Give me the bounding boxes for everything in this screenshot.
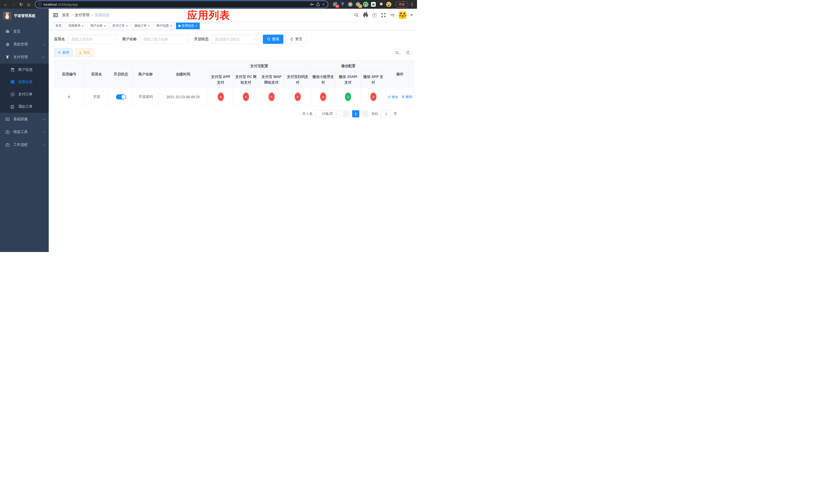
browser-back-icon[interactable]: ← bbox=[3, 1, 9, 7]
user-avatar[interactable] bbox=[399, 11, 407, 19]
close-icon[interactable]: × bbox=[148, 24, 150, 27]
briefcase-icon bbox=[5, 142, 10, 147]
status-toggle[interactable] bbox=[116, 94, 126, 99]
browser-home-icon[interactable]: ⌂ bbox=[26, 1, 32, 7]
profile-avatar-icon[interactable] bbox=[386, 2, 391, 7]
extension-command-icon[interactable]: ⌘ bbox=[348, 2, 353, 7]
extension-blocks-icon[interactable]: 10 bbox=[332, 2, 337, 7]
app-name-label: 应用名 bbox=[54, 37, 65, 42]
sidebar-item-home[interactable]: 首页 bbox=[0, 25, 49, 38]
browser-reload-icon[interactable]: ↻ bbox=[18, 1, 24, 7]
payment-submenu: 商户信息 应用信息 ¥ 支付订单 bbox=[0, 64, 49, 113]
col-group-wechat: 微信配置 bbox=[311, 61, 386, 71]
extensions-cluster: 10 ⌘ 1 y bbox=[332, 2, 391, 7]
prev-page-button[interactable]: ‹ bbox=[343, 110, 350, 117]
extensions-puzzle-icon[interactable] bbox=[378, 2, 384, 7]
col-header-name: 应用名 bbox=[84, 61, 109, 88]
sidebar-item-label: 基础设施 bbox=[13, 117, 28, 121]
app-title: 芋道管理系统 bbox=[14, 14, 36, 18]
status-cross-icon: × bbox=[320, 93, 326, 101]
site-info-icon[interactable]: i bbox=[38, 3, 42, 6]
sidebar-item-payment[interactable]: ¥ 支付管理 bbox=[0, 51, 49, 64]
sidebar-item-pay-order[interactable]: ¥ 支付订单 bbox=[0, 88, 49, 100]
sidebar-item-system[interactable]: 系统管理 bbox=[0, 38, 49, 51]
current-page[interactable]: 1 bbox=[352, 110, 359, 117]
gear-icon bbox=[5, 42, 10, 47]
browser-update-button[interactable]: 更新 bbox=[395, 1, 408, 8]
close-icon[interactable]: × bbox=[195, 24, 197, 27]
status-select-input[interactable] bbox=[212, 35, 259, 44]
fullscreen-icon[interactable] bbox=[381, 13, 386, 18]
bookmark-star-icon[interactable]: ☆ bbox=[322, 2, 325, 7]
avatar-caret-icon[interactable] bbox=[410, 14, 413, 16]
active-tab-dot-icon bbox=[178, 25, 180, 27]
sidebar-item-refund-order[interactable]: 退款订单 bbox=[0, 100, 49, 113]
help-icon[interactable]: ? bbox=[372, 13, 377, 18]
search-icon[interactable] bbox=[354, 13, 359, 18]
top-navbar: 首页 / 支付管理 / 应用信息 应用列表 ? TT bbox=[49, 9, 417, 22]
breadcrumb-home[interactable]: 首页 bbox=[62, 13, 69, 18]
add-button[interactable]: 新增 bbox=[54, 48, 72, 56]
browser-forward-icon[interactable]: → bbox=[10, 1, 16, 7]
close-icon[interactable]: × bbox=[104, 24, 106, 27]
tab-merchant-info[interactable]: 商户信息× bbox=[154, 23, 174, 29]
font-size-icon[interactable]: TT bbox=[390, 13, 395, 18]
extension-gem-icon[interactable] bbox=[340, 2, 345, 7]
delete-link[interactable]: 删除 bbox=[402, 95, 412, 99]
status-check-icon: ✓ bbox=[345, 93, 351, 101]
next-page-button[interactable]: › bbox=[362, 110, 369, 117]
col-header-created: 创建时间 bbox=[158, 61, 208, 88]
extension-chat-icon[interactable] bbox=[371, 2, 376, 7]
sidebar-collapse-icon[interactable] bbox=[53, 13, 58, 18]
page-size-select[interactable]: 10条/页 bbox=[315, 110, 340, 117]
sidebar-item-workflow[interactable]: 工作流程 bbox=[0, 138, 49, 151]
documents-icon bbox=[10, 105, 15, 109]
share-icon[interactable] bbox=[316, 2, 320, 6]
close-icon[interactable]: × bbox=[170, 24, 172, 27]
tab-refund-order[interactable]: 退款订单× bbox=[132, 23, 152, 29]
toggle-search-button[interactable] bbox=[393, 48, 401, 56]
extension-record-icon[interactable]: 1 bbox=[355, 2, 360, 7]
sidebar-item-devtools[interactable]: 研发工具 bbox=[0, 125, 49, 138]
tab-app-info[interactable]: 应用信息× bbox=[176, 23, 200, 29]
col-header-id: 应用编号 bbox=[54, 61, 84, 88]
sidebar-item-infra[interactable]: 基础设施 bbox=[0, 113, 49, 125]
sidebar-item-merchant-info[interactable]: 商户信息 bbox=[0, 64, 49, 76]
close-icon[interactable]: × bbox=[126, 24, 128, 27]
browser-menu-icon[interactable]: ••• bbox=[411, 3, 413, 6]
sidebar-item-app-info[interactable]: 应用信息 bbox=[0, 76, 49, 88]
edit-link[interactable]: 修改 bbox=[388, 95, 398, 99]
refresh-button[interactable] bbox=[404, 48, 412, 56]
cell-created: 2021-10-23 08:49:25 bbox=[158, 88, 208, 106]
status-cross-icon: × bbox=[243, 93, 249, 101]
page-content: 应用名 商户名称 开启状态 搜索 bbox=[49, 30, 417, 252]
github-icon[interactable] bbox=[363, 13, 368, 18]
navbar-actions: ? TT bbox=[354, 11, 413, 19]
col-header-alipay-wap: 支付宝 WAP 网站支付 bbox=[259, 71, 285, 88]
extension-y-icon[interactable]: y bbox=[363, 2, 368, 7]
tab-process-form[interactable]: 流程表单× bbox=[66, 23, 86, 29]
password-key-icon[interactable] bbox=[310, 2, 314, 6]
reset-button[interactable]: 重置 bbox=[286, 35, 306, 44]
status-select[interactable] bbox=[212, 35, 259, 44]
export-button[interactable]: 导出 bbox=[75, 48, 94, 56]
url-text[interactable]: localhost:1024/pay/app bbox=[44, 3, 308, 6]
sidebar-logo[interactable]: 芋道管理系统 bbox=[0, 9, 49, 23]
yen-circle-icon: ¥ bbox=[10, 92, 15, 97]
col-group-alipay: 支付宝配置 bbox=[208, 61, 311, 71]
address-bar[interactable]: i localhost:1024/pay/app ☆ bbox=[36, 1, 328, 8]
search-button[interactable]: 搜索 bbox=[263, 35, 283, 44]
goto-page-input[interactable] bbox=[381, 110, 391, 117]
svg-text:¥: ¥ bbox=[12, 93, 13, 96]
col-header-wx-jsapi: 微信 JSAPI 支付 bbox=[336, 71, 360, 88]
sidebar-item-label: 支付订单 bbox=[18, 92, 32, 97]
breadcrumb-payment[interactable]: 支付管理 bbox=[75, 13, 89, 18]
merchant-name-input[interactable] bbox=[140, 35, 189, 44]
tab-home[interactable]: 首页 bbox=[53, 23, 64, 29]
tab-user-group[interactable]: 用户分组× bbox=[88, 23, 108, 29]
tab-pay-order[interactable]: 支付订单× bbox=[110, 23, 130, 29]
pagination: 共 1 条 10条/页 ‹ 1 › 前往 页 bbox=[54, 110, 397, 117]
close-icon[interactable]: × bbox=[82, 24, 84, 27]
app-name-input[interactable] bbox=[68, 35, 117, 44]
chevron-down-icon bbox=[43, 118, 45, 120]
